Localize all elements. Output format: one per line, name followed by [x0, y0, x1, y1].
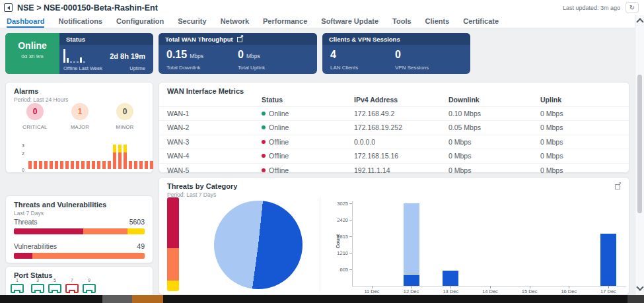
alarm-bar-major [55, 161, 58, 169]
tc-xtick-mark [372, 286, 373, 288]
tv-value: 49 [137, 242, 145, 250]
status-mini-bar [80, 57, 82, 63]
wan-table-header: StatusIPv4 AddressDownlinkUplink [159, 96, 629, 105]
table-row: WAN-2Online172.168.19.2520.05 Mbps0 Mbps [159, 120, 629, 134]
alarm-bar [87, 161, 90, 169]
tc-xtick-label: 14 Dec [477, 288, 503, 294]
alarm-bar-major [145, 161, 148, 169]
alarm-bar-major [50, 161, 53, 169]
ethernet-port-icon [48, 284, 61, 293]
tab-software-update[interactable]: Software Update [321, 15, 378, 28]
wan-status: Offline [262, 166, 289, 174]
tab-clients[interactable]: Clients [425, 15, 450, 28]
tc-ytick-mark [349, 203, 352, 204]
tv-bar-segment [14, 253, 32, 259]
wan-name: WAN-1 [167, 110, 189, 118]
alarms-ytick-label: 3 [17, 143, 24, 148]
port-notch [69, 290, 75, 293]
lan-clients-label: LAN Clients [330, 65, 358, 71]
status-dot-offline [262, 168, 266, 172]
wan-downlink: 0.05 Mbps [448, 123, 481, 131]
taskbar-segment [132, 295, 163, 303]
wan-downlink: 0 Mbps [448, 152, 471, 160]
scroll-up-icon[interactable] [636, 18, 643, 25]
refresh-button[interactable]: ↻ [626, 2, 639, 13]
clients-vpn-header-label: Clients & VPN Sessions [329, 36, 400, 43]
status-mini-bar [77, 61, 79, 63]
port-number: 1 [10, 278, 24, 283]
scroll-down-icon[interactable] [636, 283, 643, 290]
wan-throughput-header-label: Total WAN Throughput [165, 36, 233, 43]
alarm-bar-major [124, 152, 127, 169]
lan-clients-metric: 4 [330, 49, 336, 61]
tab-network[interactable]: Network [221, 15, 249, 28]
alarm-bar [60, 161, 63, 169]
tab-tools[interactable]: Tools [392, 15, 411, 28]
tv-items: Threats5603Vulnerabilities49 [14, 218, 145, 267]
tv-title: Threats and Vulnerabilities [14, 201, 106, 209]
wan-column-header: Uplink [540, 96, 561, 104]
external-link-icon[interactable]: ↗ [237, 36, 243, 42]
tab-security[interactable]: Security [178, 15, 206, 28]
alarm-bar-major [34, 161, 37, 169]
tv-value: 5603 [129, 218, 145, 226]
online-state-label: Online [5, 40, 59, 51]
vpn-sessions-label: VPN Sessions [395, 65, 429, 71]
tab-performance[interactable]: Performance [263, 15, 307, 28]
online-duration: 0d 3h 9m [5, 53, 59, 59]
tv-item-vulnerabilities: Vulnerabilities49 [14, 242, 145, 259]
nav-tabs: DashboardNotificationsConfigurationSecur… [0, 15, 644, 28]
lan-clients-value: 4 [330, 49, 336, 61]
wan-status-label: Offline [269, 166, 289, 174]
alarm-bar [113, 145, 116, 169]
dashboard-page: NSE > NSE-000150-Beta-Rashin-Ent Last up… [0, 0, 644, 303]
tab-certificate[interactable]: Certificate [463, 15, 499, 28]
status-header-label: Status [66, 36, 85, 43]
uplink-value: 0 [238, 49, 244, 61]
tv-label-row: Vulnerabilities49 [14, 242, 145, 250]
wan-ipv4: 172.168.19.252 [354, 123, 402, 131]
table-row: WAN-4Offline172.168.15.160 Mbps0 Mbps [159, 149, 629, 162]
online-state-block: Online 0d 3h 9m [5, 33, 59, 74]
page-title: NSE > NSE-000150-Beta-Rashin-Ent [17, 3, 158, 13]
uptime-label: Uptime [129, 65, 145, 71]
tc-xtick-mark [411, 286, 412, 288]
tv-bar-segment [83, 228, 127, 234]
status-mini-bar [63, 49, 65, 63]
alarm-bar-major [129, 161, 132, 169]
alarm-bar [65, 161, 69, 169]
wan-status-label: Online [269, 123, 289, 131]
tab-notifications[interactable]: Notifications [58, 15, 102, 28]
wan-name: WAN-4 [167, 152, 189, 160]
alarm-bar-major [113, 152, 116, 169]
port-number: 5 [48, 278, 62, 283]
scrollbar-thumb[interactable] [637, 75, 642, 213]
tc-xtick-label: 11 Dec [359, 288, 385, 294]
tc-xtick-mark [450, 286, 451, 288]
tab-configuration[interactable]: Configuration [116, 15, 164, 28]
tc-xtick-label: 13 Dec [437, 288, 464, 294]
tc-bar-blue [600, 234, 616, 286]
scrollbar[interactable] [635, 15, 644, 295]
tv-stacked-bar [14, 253, 145, 259]
tab-dashboard[interactable]: Dashboard [7, 15, 44, 28]
taskbar [0, 295, 644, 303]
tc-ytick-mark [349, 236, 352, 237]
alarm-bar [39, 161, 42, 169]
port-9: 9 [82, 278, 96, 293]
alarm-bar [139, 161, 143, 169]
collapse-panel-icon[interactable] [4, 3, 13, 12]
alarm-bar-major [39, 161, 42, 169]
uptime-value: 2d 8h 19m [110, 52, 145, 60]
wan-ipv4: 172.168.15.16 [354, 152, 398, 160]
downlink-value: 0.15 [166, 49, 187, 61]
alarm-bar-major [87, 161, 90, 169]
uplink-label: Total Uplink [238, 65, 265, 71]
wan-status: Offline [262, 152, 289, 160]
tv-period: Last 7 Days [14, 210, 44, 217]
tc-ytick-label: 2420 [326, 217, 348, 223]
tc-bar-blue [443, 271, 458, 286]
table-row: WAN-5Offline192.11.1.140 Mbps0 Mbps [159, 163, 629, 177]
tc-chart-baseline [352, 286, 626, 286]
status-dot-offline [262, 140, 266, 144]
